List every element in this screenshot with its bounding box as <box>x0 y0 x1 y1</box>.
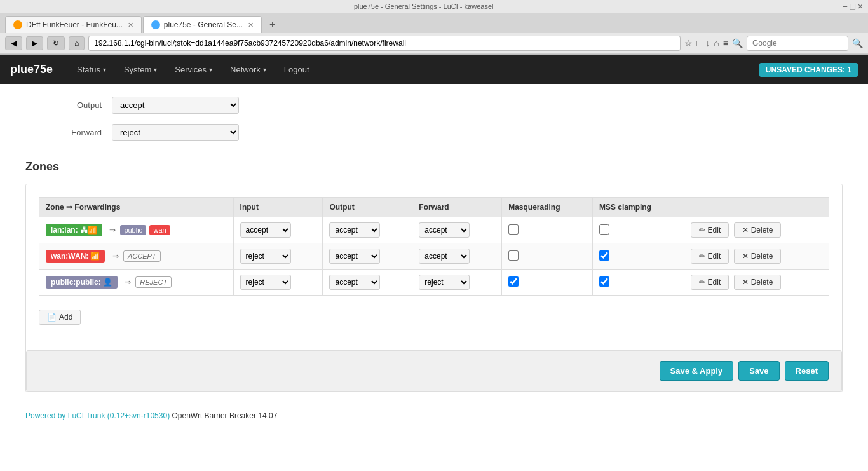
wan-input-cell: accept reject drop <box>233 243 323 270</box>
wan-forward-select[interactable]: accept reject drop <box>419 249 470 264</box>
zone-cell-wan: wan: WAN: 📶 ⇒ ACCEPT <box>39 243 234 270</box>
lan-delete-button[interactable]: ✕ Delete <box>734 222 782 238</box>
lan-edit-button[interactable]: ✏ Edit <box>691 222 729 238</box>
delete-icon: ✕ <box>742 252 749 261</box>
home-button[interactable]: ⌂ <box>69 36 85 50</box>
zone-label-wan: wan: WAN: 📶 <box>46 250 105 263</box>
forward-row: Forward accept reject drop <box>25 124 843 141</box>
lan-output-select[interactable]: accept reject drop <box>329 222 380 238</box>
url-input[interactable] <box>88 36 681 51</box>
footer: Powered by LuCI Trunk (0.12+svn-r10530) … <box>0 405 868 427</box>
wan-output-cell: accept reject drop <box>323 243 412 270</box>
lan-masq-checkbox[interactable] <box>508 224 519 235</box>
reset-button[interactable]: Reset <box>785 361 829 381</box>
search-input[interactable] <box>747 36 848 51</box>
tab-label-plue75e: plue75e - General Se... <box>164 20 243 29</box>
output-row: Output accept reject drop <box>25 97 843 114</box>
public-masq-checkbox[interactable] <box>508 276 519 287</box>
public-output-select[interactable]: accept reject drop <box>329 275 380 290</box>
th-output: Output <box>323 198 412 217</box>
download-icon: ↓ <box>705 38 710 48</box>
add-zone-button[interactable]: 📄 Add <box>39 310 81 325</box>
forward-button[interactable]: ▶ <box>26 36 43 50</box>
tab-funkfeuer[interactable]: DFff FunkFeuer - FunkFeu... ✕ <box>5 16 142 33</box>
forward-label: Forward <box>25 128 102 137</box>
public-network-icon: 👤 <box>103 278 112 287</box>
wan-masq-checkbox[interactable] <box>508 250 519 261</box>
delete-icon: ✕ <box>742 278 749 287</box>
new-tab-button[interactable]: + <box>263 17 281 33</box>
wan-mss-cell <box>592 243 684 270</box>
unsaved-changes-badge[interactable]: UNSAVED CHANGES: 1 <box>759 63 858 77</box>
zone-label-lan: lan: lan: 🖧 📶 <box>46 224 102 236</box>
delete-icon: ✕ <box>742 226 749 235</box>
tab-close-plue75e[interactable]: ✕ <box>248 21 254 29</box>
public-actions-cell: ✏ Edit ✕ Delete <box>684 270 829 296</box>
nav-items: Status ▾ System ▾ Services ▾ Network ▾ L… <box>68 55 318 84</box>
lan-masq-cell <box>502 217 593 243</box>
public-edit-button[interactable]: ✏ Edit <box>691 275 729 290</box>
public-forward-select[interactable]: accept reject drop <box>419 275 470 290</box>
addr-icons: ☆ □ ↓ ⌂ ≡ <box>684 38 728 48</box>
back-button[interactable]: ◀ <box>5 36 22 50</box>
public-input-select[interactable]: accept reject drop <box>240 275 291 290</box>
nav-item-status[interactable]: Status ▾ <box>68 55 115 84</box>
public-mss-checkbox[interactable] <box>599 276 609 287</box>
lan-forwarding-public: public <box>120 225 146 235</box>
browser-chrome: plue75e - General Settings - LuCI - kawe… <box>0 0 868 55</box>
tab-icon-plue75e <box>151 20 160 29</box>
edit-icon: ✏ <box>699 252 705 261</box>
nav-item-network[interactable]: Network ▾ <box>221 55 275 84</box>
lan-input-cell: accept reject drop <box>233 217 323 243</box>
lan-forward-select[interactable]: accept reject drop <box>419 222 470 238</box>
nav-item-logout[interactable]: Logout <box>275 55 318 84</box>
table-row: wan: WAN: 📶 ⇒ ACCEPT accept reject <box>39 243 829 270</box>
edit-icon: ✏ <box>699 278 705 287</box>
save-button[interactable]: Save <box>738 361 779 381</box>
zones-title: Zones <box>25 160 843 174</box>
wan-forward-tag: ACCEPT <box>123 250 161 262</box>
lan-actions-cell: ✏ Edit ✕ Delete <box>684 217 829 243</box>
navbar: plue75e Status ▾ System ▾ Services ▾ Net… <box>0 55 868 84</box>
wan-forward-cell: accept reject drop <box>412 243 502 270</box>
wan-edit-button[interactable]: ✏ Edit <box>691 249 729 264</box>
wan-delete-button[interactable]: ✕ Delete <box>734 249 782 264</box>
th-input: Input <box>233 198 323 217</box>
wan-output-select[interactable]: accept reject drop <box>329 249 380 264</box>
lan-mss-cell <box>592 217 684 243</box>
th-actions <box>684 198 829 217</box>
tab-bar: DFff FunkFeuer - FunkFeu... ✕ plue75e - … <box>0 13 868 33</box>
public-delete-button[interactable]: ✕ Delete <box>734 275 782 290</box>
nav-item-services[interactable]: Services ▾ <box>166 55 221 84</box>
output-select[interactable]: accept reject drop <box>112 97 239 114</box>
th-mss-clamping: MSS clamping <box>592 198 684 217</box>
services-dropdown-arrow: ▾ <box>209 66 212 73</box>
reload-button[interactable]: ↻ <box>47 36 65 50</box>
nav-item-system[interactable]: System ▾ <box>115 55 166 84</box>
status-dropdown-arrow: ▾ <box>103 66 106 73</box>
public-forward-cell: accept reject drop <box>412 270 502 296</box>
th-masquerading: Masquerading <box>502 198 593 217</box>
lan-mss-checkbox[interactable] <box>599 224 609 235</box>
add-icon: 📄 <box>47 313 57 322</box>
table-row: public: public: 👤 ⇒ REJECT accept reject <box>39 270 829 296</box>
menu-icon: ≡ <box>723 38 728 48</box>
output-label: Output <box>25 100 102 110</box>
zones-table: Zone ⇒ Forwardings Input Output Forward … <box>39 197 829 296</box>
tab-plue75e[interactable]: plue75e - General Se... ✕ <box>143 16 262 33</box>
public-arrow-icon: ⇒ <box>125 278 131 287</box>
lan-network-icon: 🖧 <box>80 226 88 235</box>
zone-cell-lan: lan: lan: 🖧 📶 ⇒ public wan <box>39 217 234 243</box>
network-dropdown-arrow: ▾ <box>263 66 266 73</box>
save-apply-button[interactable]: Save & Apply <box>660 361 734 381</box>
address-bar: ◀ ▶ ↻ ⌂ ☆ □ ↓ ⌂ ≡ 🔍 🔍 <box>0 33 868 54</box>
wan-mss-checkbox[interactable] <box>599 250 609 261</box>
action-bar: Save & Apply Save Reset <box>26 350 842 392</box>
wan-input-select[interactable]: accept reject drop <box>240 249 291 264</box>
tab-close-funkfeuer[interactable]: ✕ <box>128 21 133 29</box>
wan-actions-cell: ✏ Edit ✕ Delete <box>684 243 829 270</box>
forward-select[interactable]: accept reject drop <box>112 124 239 141</box>
title-bar: plue75e - General Settings - LuCI - kawe… <box>0 0 868 13</box>
footer-link[interactable]: Powered by LuCI Trunk (0.12+svn-r10530) <box>25 411 170 420</box>
lan-input-select[interactable]: accept reject drop <box>240 222 291 238</box>
